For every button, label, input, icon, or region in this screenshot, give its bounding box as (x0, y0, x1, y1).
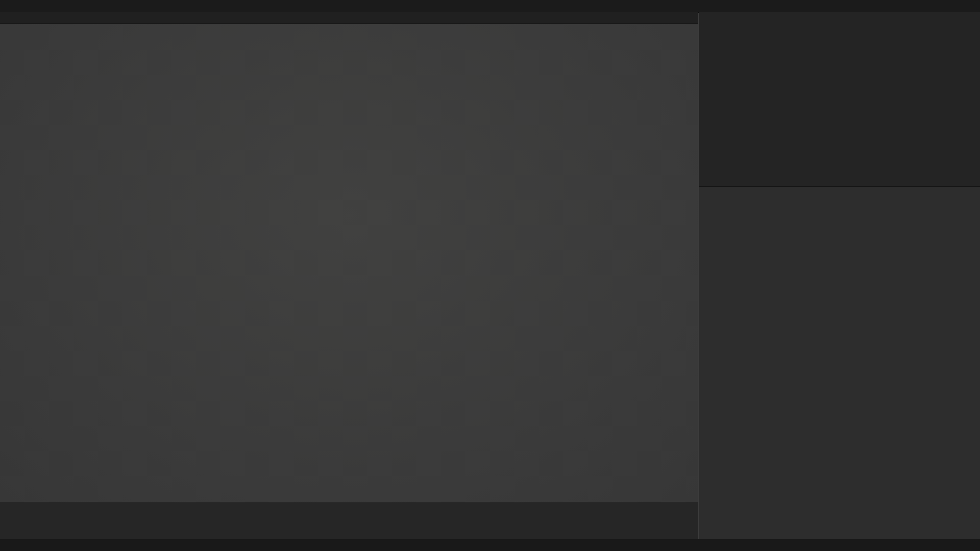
properties-editor (699, 186, 980, 540)
viewport-header (0, 12, 698, 24)
outliner (699, 12, 980, 186)
blender-window (0, 0, 980, 551)
timeline-editor (0, 503, 698, 539)
status-bar (0, 539, 980, 551)
topbar (0, 0, 980, 13)
viewport-3d[interactable] (0, 24, 698, 503)
